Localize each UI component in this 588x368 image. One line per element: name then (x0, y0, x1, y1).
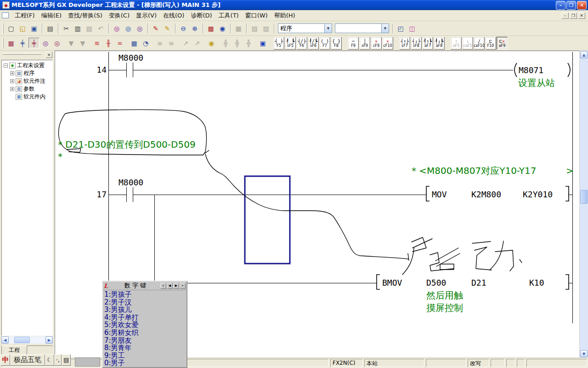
screen-switch-button[interactable]: ▩ (205, 23, 216, 34)
mov-source[interactable]: K2M800 (471, 190, 501, 199)
menu-item-find-replace[interactable]: 查找/替换(S) (65, 10, 106, 21)
program-check-button[interactable]: ◰ (395, 23, 406, 34)
ladder-key-caF10[interactable]: ∕caF10 (474, 37, 485, 50)
scroll-up-icon[interactable]: ▲ (580, 51, 588, 58)
ime-fullwidth-button[interactable]: ☾ (45, 354, 54, 366)
ladder-key-aF8[interactable]: ┦↓┡aF8 (434, 37, 445, 50)
menu-item-project[interactable]: 工程(F) (11, 10, 38, 21)
vscroll-thumb[interactable] (580, 190, 588, 204)
ladder-key-F5[interactable]: ┤ ├F5 (273, 37, 284, 50)
ladder-key-aF9[interactable]: ⊏✕aF9 (497, 37, 508, 50)
tree-item-parameter[interactable]: +▥参数 (2, 85, 52, 93)
find-device-button[interactable]: ◎ (111, 23, 122, 34)
ime-candidate-titlebar[interactable]: L 数 字 键 «◀▶» (103, 282, 187, 290)
tree-item-project-root[interactable]: −◆工程未设置 (2, 62, 52, 69)
contact-label-m8000-r14[interactable]: M8000 (119, 53, 143, 63)
device-dropdown[interactable]: ▼ (335, 23, 389, 33)
ime-nav-next-button[interactable]: ▶ (173, 283, 179, 289)
mdi-restore-button[interactable]: ❐ (570, 12, 577, 19)
child-window-icon[interactable] (2, 12, 9, 18)
mdi-close-button[interactable]: ✕ (578, 12, 585, 19)
expand-icon[interactable]: + (10, 87, 14, 91)
monitor-mode-button[interactable]: ◎ (51, 38, 62, 48)
find-instruction-button[interactable]: ◎ (134, 23, 145, 34)
menu-item-diagnostics[interactable]: 诊断(D) (187, 10, 215, 21)
new-button[interactable]: ▢ (6, 23, 17, 34)
zoom-out-button[interactable]: ⊖ (178, 23, 189, 34)
menu-item-tools[interactable]: 工具(T) (215, 10, 242, 21)
insert-edit-button[interactable]: ✎ (150, 23, 161, 34)
ladder-key-F8[interactable]: { }F8 (331, 37, 342, 50)
ime-candidate-4[interactable]: 4:男子单打 (104, 314, 187, 322)
write-mode-button[interactable]: ╪ (28, 38, 40, 48)
ime-nav-prev-button[interactable]: ◀ (167, 283, 173, 289)
ime-candidate-7[interactable]: 7:男朋友 (104, 337, 187, 345)
menu-item-window[interactable]: 窗口(W) (242, 10, 271, 21)
expand-icon[interactable]: + (10, 71, 14, 75)
clock-monitor-button[interactable]: ◔ (140, 38, 151, 48)
tree-item-device-comment[interactable]: +◪软元件注 (2, 77, 52, 85)
ime-punctuation-button[interactable]: ·, (54, 354, 62, 366)
print-button[interactable]: ▤ (45, 23, 56, 34)
delete-row-button[interactable]: ≍ (114, 38, 125, 48)
ladder-key-F6[interactable]: ┤/├F6 (296, 37, 307, 50)
program-structure-button[interactable]: ◫ (407, 23, 418, 34)
ladder-key-aF7[interactable]: ┦↑┡aF7 (422, 37, 433, 50)
ladder-key-cF10[interactable]: ✕cF10 (382, 37, 393, 50)
device-batch-button[interactable]: ▦ (129, 38, 140, 48)
ime-candidate-6[interactable]: 6:男耕女织 (104, 329, 187, 337)
bmov-dest[interactable]: D21 (471, 278, 486, 288)
ime-candidate-3[interactable]: 3:男孩儿 (104, 306, 187, 314)
ladder-key-F7[interactable]: ( )F7 (319, 37, 330, 50)
ime-nav-last-button[interactable]: » (180, 283, 186, 289)
scroll-right-icon[interactable]: ▶ (45, 336, 53, 344)
mov-dest[interactable]: K2Y010 (523, 190, 553, 199)
panel-close-button[interactable]: ✕ (45, 52, 52, 58)
contact-label-m8000-r17[interactable]: M8000 (119, 178, 143, 187)
menu-item-help[interactable]: 帮助(H) (271, 10, 299, 21)
project-find-button[interactable]: ◉ (217, 23, 228, 34)
zoom-in-button[interactable]: ⊕ (189, 23, 200, 34)
chevron-down-icon[interactable]: ▼ (381, 24, 389, 33)
ime-candidate-8[interactable]: 8:男青年 (104, 344, 187, 352)
ime-candidate-10[interactable]: 0:男子 (104, 359, 187, 367)
read-mode-button[interactable]: ◎ (40, 38, 51, 48)
ladder-logic-test-button[interactable]: ╪ (17, 38, 28, 48)
program-dropdown[interactable]: 程序▼ (278, 23, 332, 33)
insert-row-button[interactable]: ≋ (91, 38, 102, 48)
ladder-key-sF7[interactable]: ┤↑├sF7 (399, 37, 410, 50)
cut-button[interactable]: ✂ (61, 23, 72, 34)
ime-language-button[interactable]: 中 (1, 354, 10, 366)
menu-item-view[interactable]: 显示(V) (133, 10, 160, 21)
tree-item-device-memory[interactable]: ▦软元件内 (2, 93, 52, 101)
ime-candidate-9[interactable]: 9:男工 (104, 352, 187, 360)
panel-gripper[interactable] (3, 53, 41, 55)
copy-button[interactable]: ▥ (72, 23, 83, 34)
ladder-key-sF5[interactable]: ┦ ┡sF5 (285, 37, 296, 50)
find-comment-button[interactable]: ◉ (206, 38, 217, 48)
ime-candidate-2[interactable]: 2:男子汉 (104, 299, 187, 306)
parameter-list-button[interactable]: ▦ (6, 38, 17, 48)
open-button[interactable]: ◱ (17, 23, 28, 34)
scroll-left-icon[interactable]: ◀ (1, 336, 9, 344)
save-button[interactable]: ▣ (28, 23, 40, 34)
menu-item-convert[interactable]: 变换(C) (106, 10, 133, 21)
expand-icon[interactable]: + (10, 79, 14, 83)
mov-opcode[interactable]: MOV (432, 190, 447, 199)
ime-softkeyboard-button[interactable]: ▤ (62, 354, 71, 366)
minimize-button[interactable]: – (556, 1, 565, 10)
tree-item-program[interactable]: +▤程序 (2, 69, 52, 77)
toolbar-handle[interactable] (2, 38, 4, 48)
toolbar-handle[interactable] (2, 23, 4, 34)
write-edit-button[interactable]: ✎ (162, 23, 173, 34)
vertical-scrollbar[interactable]: ▲ ▼ (580, 51, 588, 358)
mdi-minimize-button[interactable]: – (561, 12, 569, 19)
ladder-key-sF6[interactable]: ┦/┡sF6 (308, 37, 319, 50)
selection-rectangle[interactable] (245, 176, 290, 264)
find-contact-coil-button[interactable]: ◎ (123, 23, 134, 34)
hscroll-thumb[interactable] (14, 337, 30, 343)
ladder-key-sF8[interactable]: ┤↓├sF8 (411, 37, 422, 50)
coil-label-m8071[interactable]: M8071 (519, 65, 543, 75)
close-button[interactable]: ✕ (577, 1, 587, 10)
menu-item-online[interactable]: 在线(O) (160, 10, 187, 21)
